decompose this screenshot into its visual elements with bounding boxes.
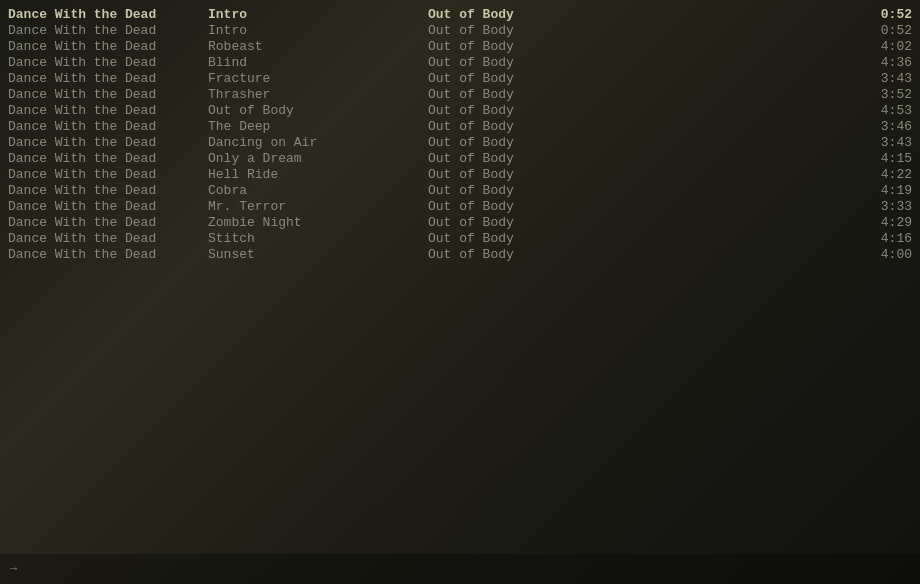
track-duration: 4:29: [852, 215, 912, 230]
bottom-bar: →: [0, 554, 920, 584]
track-duration: 3:43: [852, 71, 912, 86]
track-artist: Dance With the Dead: [8, 55, 208, 70]
track-artist: Dance With the Dead: [8, 135, 208, 150]
arrow-icon: →: [10, 562, 17, 576]
table-row[interactable]: Dance With the DeadCobraOut of Body4:19: [0, 182, 920, 198]
track-title: Hell Ride: [208, 167, 428, 182]
header-title: Intro: [208, 7, 428, 22]
track-title: Intro: [208, 23, 428, 38]
track-artist: Dance With the Dead: [8, 167, 208, 182]
track-album: Out of Body: [428, 71, 852, 86]
track-duration: 4:53: [852, 103, 912, 118]
track-album: Out of Body: [428, 167, 852, 182]
track-album: Out of Body: [428, 199, 852, 214]
track-album: Out of Body: [428, 119, 852, 134]
table-row[interactable]: Dance With the DeadDancing on AirOut of …: [0, 134, 920, 150]
track-title: Thrasher: [208, 87, 428, 102]
track-duration: 4:36: [852, 55, 912, 70]
track-title: Cobra: [208, 183, 428, 198]
track-artist: Dance With the Dead: [8, 23, 208, 38]
track-list: Dance With the Dead Intro Out of Body 0:…: [0, 0, 920, 268]
header-artist: Dance With the Dead: [8, 7, 208, 22]
track-artist: Dance With the Dead: [8, 215, 208, 230]
track-album: Out of Body: [428, 39, 852, 54]
track-artist: Dance With the Dead: [8, 231, 208, 246]
table-row[interactable]: Dance With the DeadThrasherOut of Body3:…: [0, 86, 920, 102]
track-artist: Dance With the Dead: [8, 87, 208, 102]
track-title: The Deep: [208, 119, 428, 134]
track-list-header: Dance With the Dead Intro Out of Body 0:…: [0, 6, 920, 22]
track-artist: Dance With the Dead: [8, 247, 208, 262]
track-artist: Dance With the Dead: [8, 71, 208, 86]
track-album: Out of Body: [428, 135, 852, 150]
track-title: Stitch: [208, 231, 428, 246]
track-artist: Dance With the Dead: [8, 103, 208, 118]
track-album: Out of Body: [428, 231, 852, 246]
track-title: Robeast: [208, 39, 428, 54]
track-artist: Dance With the Dead: [8, 199, 208, 214]
track-duration: 4:22: [852, 167, 912, 182]
table-row[interactable]: Dance With the DeadStitchOut of Body4:16: [0, 230, 920, 246]
table-row[interactable]: Dance With the DeadSunsetOut of Body4:00: [0, 246, 920, 262]
track-album: Out of Body: [428, 23, 852, 38]
table-row[interactable]: Dance With the DeadRobeastOut of Body4:0…: [0, 38, 920, 54]
track-album: Out of Body: [428, 151, 852, 166]
track-title: Only a Dream: [208, 151, 428, 166]
track-duration: 0:52: [852, 23, 912, 38]
track-title: Dancing on Air: [208, 135, 428, 150]
track-title: Sunset: [208, 247, 428, 262]
table-row[interactable]: Dance With the DeadThe DeepOut of Body3:…: [0, 118, 920, 134]
header-duration: 0:52: [852, 7, 912, 22]
track-title: Zombie Night: [208, 215, 428, 230]
track-duration: 3:52: [852, 87, 912, 102]
table-row[interactable]: Dance With the DeadMr. TerrorOut of Body…: [0, 198, 920, 214]
table-row[interactable]: Dance With the DeadFractureOut of Body3:…: [0, 70, 920, 86]
track-title: Mr. Terror: [208, 199, 428, 214]
table-row[interactable]: Dance With the DeadHell RideOut of Body4…: [0, 166, 920, 182]
track-album: Out of Body: [428, 215, 852, 230]
track-album: Out of Body: [428, 183, 852, 198]
table-row[interactable]: Dance With the DeadZombie NightOut of Bo…: [0, 214, 920, 230]
track-duration: 4:02: [852, 39, 912, 54]
track-album: Out of Body: [428, 55, 852, 70]
table-row[interactable]: Dance With the DeadBlindOut of Body4:36: [0, 54, 920, 70]
track-duration: 4:16: [852, 231, 912, 246]
track-artist: Dance With the Dead: [8, 183, 208, 198]
track-album: Out of Body: [428, 87, 852, 102]
track-duration: 3:33: [852, 199, 912, 214]
table-row[interactable]: Dance With the DeadOnly a DreamOut of Bo…: [0, 150, 920, 166]
track-duration: 4:00: [852, 247, 912, 262]
track-duration: 4:15: [852, 151, 912, 166]
track-title: Out of Body: [208, 103, 428, 118]
track-title: Fracture: [208, 71, 428, 86]
track-artist: Dance With the Dead: [8, 119, 208, 134]
table-row[interactable]: Dance With the DeadIntroOut of Body0:52: [0, 22, 920, 38]
track-duration: 4:19: [852, 183, 912, 198]
header-album: Out of Body: [428, 7, 852, 22]
track-artist: Dance With the Dead: [8, 151, 208, 166]
track-album: Out of Body: [428, 103, 852, 118]
track-title: Blind: [208, 55, 428, 70]
track-duration: 3:46: [852, 119, 912, 134]
table-row[interactable]: Dance With the DeadOut of BodyOut of Bod…: [0, 102, 920, 118]
track-artist: Dance With the Dead: [8, 39, 208, 54]
track-duration: 3:43: [852, 135, 912, 150]
track-album: Out of Body: [428, 247, 852, 262]
